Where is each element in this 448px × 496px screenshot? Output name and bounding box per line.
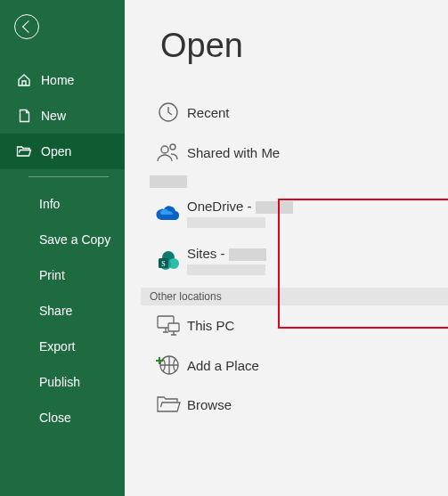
redacted-text <box>229 248 266 261</box>
redacted-text <box>256 201 293 214</box>
nav-home[interactable]: Home <box>0 62 125 98</box>
thispc-icon <box>150 314 187 336</box>
redacted-subtitle <box>187 264 265 275</box>
nav-new-label: New <box>41 109 66 123</box>
location-browse-label: Browse <box>187 397 232 412</box>
location-onedrive[interactable]: OneDrive - <box>141 188 448 239</box>
location-list: Recent Shared with Me OneDrive - <box>125 92 448 423</box>
browse-folder-icon <box>150 394 187 414</box>
home-icon <box>16 73 32 87</box>
onedrive-icon <box>150 206 187 222</box>
sub-print[interactable]: Print <box>0 257 125 293</box>
sub-close-label: Close <box>39 411 71 425</box>
location-addplace[interactable]: Add a Place <box>141 345 448 386</box>
recent-icon <box>150 101 187 124</box>
location-recent[interactable]: Recent <box>141 92 448 133</box>
location-sites-label: Sites - <box>187 246 266 261</box>
sharepoint-icon: S <box>150 250 187 272</box>
sub-close[interactable]: Close <box>0 400 125 435</box>
svg-point-2 <box>170 144 175 150</box>
location-addplace-label: Add a Place <box>187 358 259 373</box>
sub-share[interactable]: Share <box>0 293 125 329</box>
back-button[interactable] <box>14 14 39 39</box>
onedrive-text: OneDrive - <box>187 199 256 214</box>
sub-save-copy-label: Save a Copy <box>39 232 110 247</box>
page-title: Open <box>160 27 448 65</box>
backstage-sidebar: Home New Open Info Save a Copy Print Sha… <box>0 0 125 496</box>
location-shared-label: Shared with Me <box>187 145 280 160</box>
location-shared[interactable]: Shared with Me <box>141 133 448 172</box>
back-arrow-icon <box>21 20 34 33</box>
sub-info-label: Info <box>39 197 60 211</box>
location-onedrive-label: OneDrive - <box>187 199 293 214</box>
sub-publish-label: Publish <box>39 375 80 389</box>
sub-export[interactable]: Export <box>0 329 125 364</box>
location-thispc-label: This PC <box>187 318 234 333</box>
other-locations-header: Other locations <box>141 288 448 305</box>
sub-info[interactable]: Info <box>0 186 125 222</box>
sub-export-label: Export <box>39 339 75 354</box>
sub-share-label: Share <box>39 304 72 318</box>
svg-text:S: S <box>161 259 165 267</box>
nav-list: Home New Open <box>0 62 125 169</box>
location-recent-label: Recent <box>187 105 230 120</box>
nav-open-label: Open <box>41 144 71 159</box>
sub-publish[interactable]: Publish <box>0 364 125 400</box>
nav-open[interactable]: Open <box>0 134 125 169</box>
svg-point-1 <box>161 146 168 153</box>
nav-new[interactable]: New <box>0 98 125 134</box>
new-icon <box>16 109 32 123</box>
nav-divider <box>29 176 109 177</box>
location-browse[interactable]: Browse <box>141 386 448 423</box>
sub-print-label: Print <box>39 268 65 282</box>
location-thispc[interactable]: This PC <box>141 305 448 345</box>
addplace-icon <box>150 354 187 377</box>
nav-home-label: Home <box>41 73 74 87</box>
open-folder-icon <box>16 145 32 158</box>
svg-rect-9 <box>168 323 179 331</box>
redacted-section-header <box>150 175 187 188</box>
location-sites[interactable]: S Sites - <box>141 239 448 288</box>
sub-save-copy[interactable]: Save a Copy <box>0 222 125 257</box>
redacted-subtitle <box>187 217 265 228</box>
shared-icon <box>150 142 187 163</box>
open-panel: Open Recent Shared with Me <box>125 0 448 496</box>
sub-nav-list: Info Save a Copy Print Share Export Publ… <box>0 186 125 435</box>
sites-text: Sites - <box>187 246 229 261</box>
